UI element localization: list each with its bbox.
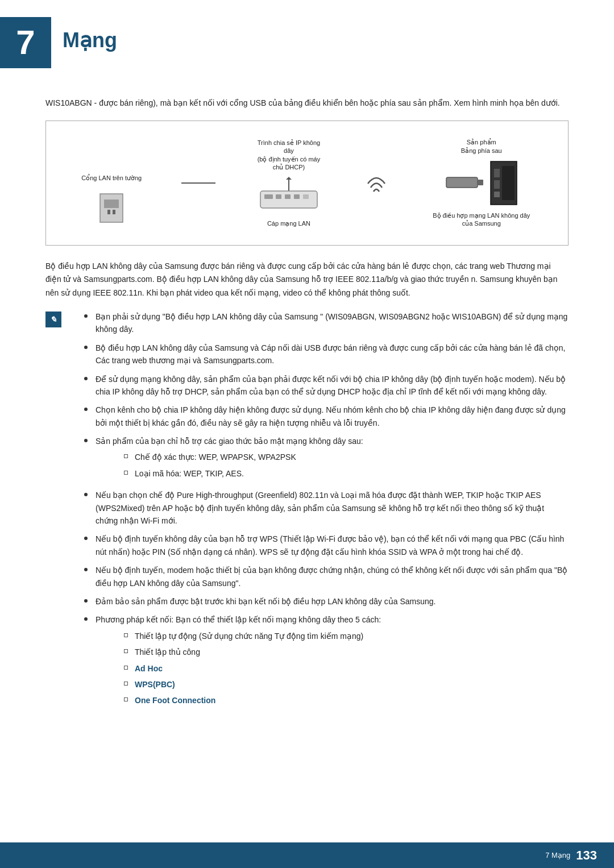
product-label: Sản phẩm Bảng phía sau: [461, 138, 502, 155]
svg-rect-13: [478, 180, 483, 185]
svg-rect-11: [303, 194, 309, 199]
list-item-text: Phương pháp kết nối: Bạn có thể thiết lậ…: [96, 613, 569, 710]
bullet-dot: [84, 314, 88, 318]
sub-list-item: Loại mã hóa: WEP, TKIP, AES.: [96, 467, 569, 480]
list-item-text: Nếu bộ định tuyến không dây của bạn hỗ t…: [96, 533, 569, 558]
svg-rect-12: [446, 177, 478, 188]
note-icon-symbol: ✎: [50, 315, 57, 324]
main-bullet-list: Bạn phải sử dụng "Bộ điều hợp LAN không …: [67, 310, 569, 716]
list-item-text: Sản phẩm của bạn chỉ hỗ trợ các giao thứ…: [96, 435, 569, 483]
bullet-dot: [84, 617, 88, 621]
chapter-header: 7 Mạng: [0, 0, 614, 80]
main-content: WIS10ABGN - được bán riêng), mà bạn kết …: [0, 85, 614, 750]
sub-list-item-text: Ad Hoc: [135, 662, 569, 675]
cable-line-1: [181, 182, 215, 184]
list-item: Đảm bảo sản phẩm được bật trước khi bạn …: [67, 595, 569, 608]
svg-rect-2: [107, 210, 110, 214]
svg-rect-15: [494, 169, 500, 177]
page: 7 Mạng WIS10ABGN - được bán riêng), mà b…: [0, 0, 614, 868]
sub-bullet-dot: [124, 649, 128, 653]
sub-list-item-text: One Foot Connection: [135, 694, 569, 707]
intro-text: WIS10ABGN - được bán riêng), mà bạn kết …: [45, 97, 569, 109]
list-item-text: Bộ điều hợp LAN không dây của Samsung và…: [96, 342, 569, 367]
sub-list-item: Ad Hoc: [96, 662, 569, 675]
wifi-waves-icon: [359, 167, 393, 199]
wall-port-label: Cổng LAN trên tường: [81, 174, 142, 182]
bullet-dot: [84, 377, 88, 380]
list-item-text: Nếu bộ định tuyến, modem hoặc thiết bị c…: [96, 564, 569, 589]
list-item-text: Để sử dụng mạng không dây, sản phẩm của …: [96, 373, 569, 398]
diagram-wall-port: Cổng LAN trên tường: [81, 174, 142, 227]
diagram-router: Trình chia sẻ IP không dây (bộ định tuyế…: [255, 139, 323, 227]
diagram-container: Cổng LAN trên tường Trình chia sẻ IP khô…: [63, 132, 551, 233]
sub-bullet-list: Thiết lập tự động (Sử dụng chức năng Tự …: [96, 630, 569, 707]
sub-bullet-dot: [124, 666, 128, 670]
bullet-dot: [84, 568, 88, 571]
product-adapter-row: [445, 160, 518, 206]
chapter-number: 7: [16, 26, 35, 60]
wifi-signal-icon: [365, 167, 388, 195]
sub-bullet-dot: [124, 454, 128, 458]
note-icon: ✎: [45, 312, 61, 327]
list-item: Nếu bạn chọn chế độ Pure High-throughput…: [67, 489, 569, 527]
footer-label: 7 Mạng: [545, 851, 570, 859]
sub-list-item-text: WPS(PBC): [135, 678, 569, 691]
router-icon: [258, 177, 320, 214]
list-item: Sản phẩm của bạn chỉ hỗ trợ các giao thứ…: [67, 435, 569, 483]
diagram-right-side: Sản phẩm Bảng phía sau: [430, 138, 533, 227]
list-item: Nếu bộ định tuyến, modem hoặc thiết bị c…: [67, 564, 569, 589]
svg-rect-7: [264, 194, 273, 199]
sub-bullet-dot: [124, 682, 128, 686]
diagram-box: Cổng LAN trên tường Trình chia sẻ IP khô…: [45, 121, 569, 245]
usb-adapter-icon: [445, 173, 485, 193]
svg-rect-17: [494, 192, 500, 197]
sub-bullet-dot: [124, 471, 128, 475]
svg-rect-10: [294, 194, 300, 199]
sub-bullet-list: Chế độ xác thực: WEP, WPAPSK, WPA2PSKLoạ…: [96, 451, 569, 480]
sub-list-item-text: Thiết lập thủ công: [135, 646, 569, 658]
sub-list-item: Thiết lập thủ công: [96, 646, 569, 658]
bullet-dot: [84, 493, 88, 496]
sub-list-item-text: Thiết lập tự động (Sử dụng chức năng Tự …: [135, 630, 569, 642]
list-item: Phương pháp kết nối: Bạn có thể thiết lậ…: [67, 613, 569, 710]
svg-rect-6: [260, 191, 317, 208]
list-item-text: Bạn phải sử dụng "Bộ điều hợp LAN không …: [96, 310, 569, 336]
sub-bullet-dot: [124, 697, 128, 701]
list-item-text: Chọn kênh cho bộ chia IP không dây hiện …: [96, 404, 569, 429]
bullet-dot: [84, 408, 88, 411]
bullet-dot: [84, 346, 88, 349]
chapter-title: Mạng: [63, 17, 117, 52]
wall-socket-icon: [97, 188, 126, 228]
list-item: Để sử dụng mạng không dây, sản phẩm của …: [67, 373, 569, 398]
svg-marker-5: [286, 177, 292, 180]
router-label: Trình chia sẻ IP không dây (bộ định tuyế…: [255, 139, 323, 171]
sub-list-item: WPS(PBC): [96, 678, 569, 691]
note-block: ✎ Bạn phải sử dụng "Bộ điều hợp LAN khôn…: [45, 310, 569, 722]
bullet-dot: [84, 537, 88, 540]
sub-list-item: One Foot Connection: [96, 694, 569, 707]
svg-rect-18: [502, 166, 515, 200]
list-item: Bạn phải sử dụng "Bộ điều hợp LAN không …: [67, 310, 569, 336]
product-back-icon: [489, 160, 518, 206]
sub-bullet-dot: [124, 633, 128, 637]
list-item-text: Nếu bạn chọn chế độ Pure High-throughput…: [96, 489, 569, 527]
list-item: Bộ điều hợp LAN không dây của Samsung và…: [67, 342, 569, 367]
svg-rect-1: [104, 200, 119, 208]
svg-rect-16: [494, 180, 500, 189]
cable-label: Cáp mạng LAN: [267, 219, 310, 227]
bullet-dot: [84, 439, 88, 442]
sub-list-item-text: Chế độ xác thực: WEP, WPAPSK, WPA2PSK: [135, 451, 569, 463]
body-text: Bộ điều hợp LAN không dây của Samsung đư…: [45, 260, 569, 300]
page-number: 133: [576, 848, 597, 863]
svg-rect-9: [285, 194, 291, 199]
list-item-text: Đảm bảo sản phẩm được bật trước khi bạn …: [96, 595, 569, 608]
adapter-label: Bộ điều hợp mạng LAN không dây của Samsu…: [430, 211, 533, 228]
page-footer: 7 Mạng 133: [0, 842, 614, 868]
svg-rect-8: [276, 194, 281, 199]
list-item: Chọn kênh cho bộ chia IP không dây hiện …: [67, 404, 569, 429]
sub-list-item-text: Loại mã hóa: WEP, TKIP, AES.: [135, 467, 569, 480]
sub-list-item: Chế độ xác thực: WEP, WPAPSK, WPA2PSK: [96, 451, 569, 463]
sub-list-item: Thiết lập tự động (Sử dụng chức năng Tự …: [96, 630, 569, 642]
chapter-number-block: 7: [0, 17, 51, 68]
bullet-dot: [84, 599, 88, 603]
